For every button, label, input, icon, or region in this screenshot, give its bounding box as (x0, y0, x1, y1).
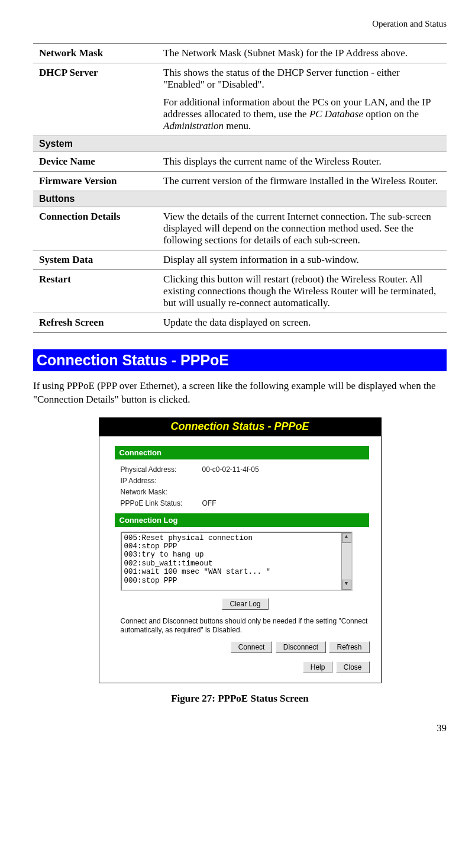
screenshot-section-connection: Connection (115, 446, 369, 459)
log-line: 003:try to hang up (124, 551, 349, 559)
row-desc-device-name: This displays the current name of the Wi… (157, 152, 447, 172)
row-desc-connection-details: View the details of the current Internet… (157, 207, 447, 250)
row-desc-network-mask: The Network Mask (Subnet Mask) for the I… (157, 44, 447, 63)
log-line: 002:sub_wait:timeout (124, 560, 349, 568)
log-line: 001:wait 100 msec "WAN start... " (124, 568, 349, 576)
row-label-device-name: Device Name (33, 152, 157, 172)
row-desc-system-data: Display all system information in a sub-… (157, 250, 447, 270)
kv-key: IP Address: (121, 475, 202, 487)
table-row: System Data Display all system informati… (33, 250, 447, 270)
table-row-section: System (33, 136, 447, 152)
row-label-network-mask: Network Mask (33, 44, 157, 63)
table-row: Refresh Screen Update the data displayed… (33, 313, 447, 333)
pppoe-intro-paragraph: If using PPPoE (PPP over Ethernet), a sc… (33, 380, 447, 407)
table-row: Device Name This displays the current na… (33, 152, 447, 172)
connect-button[interactable]: Connect (231, 641, 273, 653)
kv-val: OFF (202, 499, 217, 507)
table-row: Network Mask The Network Mask (Subnet Ma… (33, 44, 447, 63)
section-heading-system: System (33, 136, 447, 152)
screenshot-section-log: Connection Log (115, 513, 369, 527)
scrollbar[interactable]: ▲ ▼ (341, 533, 351, 590)
kv-key: Physical Address: (121, 464, 202, 475)
row-label-system-data: System Data (33, 250, 157, 270)
scroll-down-icon[interactable]: ▼ (342, 580, 351, 590)
dhcp-para-2: For additional information about the PCs… (163, 97, 441, 132)
section-heading-buttons: Buttons (33, 191, 447, 207)
screenshot-title: Connection Status - PPPoE (99, 418, 381, 436)
row-desc-firmware: The current version of the firmware inst… (157, 172, 447, 191)
kv-key: PPPoE Link Status: (121, 498, 202, 509)
clear-log-button[interactable]: Clear Log (222, 598, 268, 610)
connect-hint-text: Connect and Disconnect buttons should on… (121, 617, 370, 635)
scroll-up-icon[interactable]: ▲ (342, 533, 351, 543)
row-label-connection-details: Connection Details (33, 207, 157, 250)
table-row: Firmware Version The current version of … (33, 172, 447, 191)
log-textarea[interactable]: 005:Reset physical connection 004:stop P… (121, 532, 353, 591)
screenshot-panel: Connection Status - PPPoE Connection Phy… (99, 417, 382, 683)
row-label-firmware: Firmware Version (33, 172, 157, 191)
row-label-refresh: Refresh Screen (33, 313, 157, 333)
page-number: 39 (33, 722, 447, 734)
dhcp-para-1: This shows the status of the DHCP Server… (163, 67, 441, 91)
help-button[interactable]: Help (303, 661, 333, 673)
table-row-section: Buttons (33, 191, 447, 207)
table-row: DHCP Server This shows the status of the… (33, 63, 447, 136)
row-label-restart: Restart (33, 270, 157, 313)
table-row: Connection Details View the details of t… (33, 207, 447, 250)
disconnect-button[interactable]: Disconnect (276, 641, 326, 653)
log-line: 004:stop PPP (124, 542, 349, 551)
table-row: Restart Clicking this button will restar… (33, 270, 447, 313)
kv-key: Network Mask: (121, 487, 202, 498)
reference-table: Network Mask The Network Mask (Subnet Ma… (33, 43, 447, 333)
log-line: 000:stop PPP (124, 577, 349, 585)
figure-caption: Figure 27: PPPoE Status Screen (33, 693, 447, 705)
section-banner-pppoe: Connection Status - PPPoE (33, 349, 447, 371)
row-desc-dhcp: This shows the status of the DHCP Server… (157, 63, 447, 136)
row-desc-refresh: Update the data displayed on screen. (157, 313, 447, 333)
row-desc-restart: Clicking this button will restart (reboo… (157, 270, 447, 313)
page-header: Operation and Status (33, 19, 447, 29)
log-line: 005:Reset physical connection (124, 534, 349, 542)
connection-details-block: Physical Address:00-c0-02-11-4f-05 IP Ad… (121, 464, 370, 510)
close-button[interactable]: Close (336, 661, 370, 673)
kv-val: 00-c0-02-11-4f-05 (202, 465, 259, 474)
refresh-button[interactable]: Refresh (329, 641, 369, 653)
row-label-dhcp: DHCP Server (33, 63, 157, 136)
